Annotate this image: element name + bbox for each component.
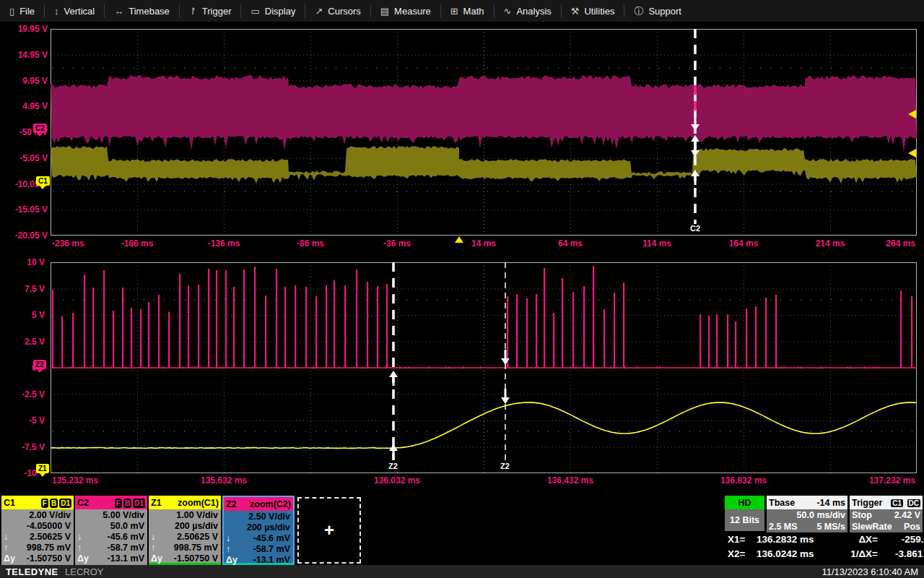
descriptor-value-row: 1.00 V/div bbox=[151, 510, 218, 521]
zoom-y-label: -2.5 V bbox=[22, 389, 45, 400]
trigger-mode: Stop bbox=[852, 509, 872, 521]
descriptor-measure-row: Δy-1.50750 V bbox=[151, 553, 218, 564]
menu-item-cursors[interactable]: ↗Cursors bbox=[305, 0, 370, 22]
menu-item-timebase[interactable]: ↔Timebase bbox=[105, 0, 179, 22]
trace-descriptor-c2[interactable]: C2FBD15.00 V/div50.0 mV↓-45.6 mV↑-58.7 m… bbox=[75, 496, 147, 565]
channel-badge-z2[interactable]: Z2 bbox=[33, 360, 46, 369]
descriptor-measure-row: ↑998.75 mV bbox=[4, 543, 71, 553]
menu-item-measure[interactable]: ▤Measure bbox=[371, 0, 440, 22]
cursor-chip-z1[interactable]: Z2 bbox=[386, 462, 400, 471]
menu-item-file[interactable]: ▯File bbox=[0, 0, 44, 22]
trigger-panel[interactable]: Trigger C1 DC Stop 2.42 V SlewRate Pos bbox=[850, 496, 923, 532]
descriptor-body: 1.00 V/div200 µs/div↓2.50625 V↑998.75 mV… bbox=[149, 509, 221, 563]
c2-offset-arrow-icon bbox=[37, 133, 43, 137]
channel-badge-z1[interactable]: Z1 bbox=[36, 464, 49, 473]
add-trace-button[interactable]: + bbox=[297, 497, 361, 564]
descriptor-value-row: 200 µs/div bbox=[226, 522, 290, 533]
top-x-label: -136 ms bbox=[208, 238, 240, 249]
measure-icon: ▤ bbox=[380, 7, 389, 16]
top-y-label: 19.95 V bbox=[18, 24, 48, 34]
menu-item-label: File bbox=[19, 6, 35, 17]
top-y-label: 9.95 V bbox=[22, 76, 48, 86]
descriptor-measure-row: ↓-45.6 mV bbox=[226, 533, 290, 544]
x2-label: X2= bbox=[728, 547, 757, 561]
menu-item-label: Trigger bbox=[202, 6, 232, 17]
descriptor-measure-row: Δy-13.1 mV bbox=[226, 555, 290, 566]
descriptor-measure-row: ↓2.50625 V bbox=[151, 532, 218, 543]
trigger-title: Trigger bbox=[852, 498, 882, 508]
descriptor-title: C1 bbox=[4, 498, 15, 508]
descriptor-measure-row: ↑-58.7 mV bbox=[226, 544, 290, 555]
measure-value: -58.7 mV bbox=[253, 544, 290, 555]
measure-arrow-icon: Δy bbox=[151, 553, 162, 564]
top-y-label: -5.05 V bbox=[19, 153, 48, 163]
top-x-label: -36 ms bbox=[383, 238, 411, 249]
descriptor-value-row: 2.00 V/div bbox=[4, 510, 71, 521]
tbase-offset: -14 ms bbox=[816, 498, 845, 508]
trace-descriptor-z1[interactable]: Z1zoom(C1)1.00 V/div200 µs/div↓2.50625 V… bbox=[149, 496, 221, 565]
trigger-level-marker bbox=[908, 149, 916, 158]
descriptor-chip-b: B bbox=[50, 499, 58, 508]
menu-item-vertical[interactable]: ↕Vertical bbox=[45, 0, 104, 22]
trace-descriptor-z2[interactable]: Z2zoom(C2)2.50 V/div200 µs/div↓-45.6 mV↑… bbox=[222, 496, 295, 565]
hd-bits: 12 Bits bbox=[725, 509, 764, 531]
menu-item-label: Measure bbox=[394, 6, 431, 17]
channel-badge-c2[interactable]: C2 bbox=[33, 124, 47, 133]
zoom-y-label: 2.5 V bbox=[25, 337, 45, 347]
menu-item-utilities[interactable]: ⚒Utilities bbox=[562, 0, 624, 22]
descriptor-value-row: 2.50 V/div bbox=[226, 512, 290, 522]
menu-bar: ▯File↕Vertical↔Timebase↾Trigger▭Display↗… bbox=[0, 0, 924, 22]
measure-value: -1.50750 V bbox=[27, 553, 71, 564]
cursors-icon: ↗ bbox=[315, 7, 323, 16]
descriptor-header: Z1zoom(C1) bbox=[149, 496, 221, 509]
invdx-value: -3.861 kHz bbox=[882, 547, 924, 561]
top-y-label: 14.95 V bbox=[18, 50, 48, 60]
menu-item-trigger[interactable]: ↾Trigger bbox=[180, 0, 241, 22]
descriptor-chip-f: F bbox=[41, 499, 48, 508]
measure-arrow-icon: Δy bbox=[4, 553, 15, 564]
measure-value: -45.6 mV bbox=[253, 533, 290, 544]
measure-arrow-icon: ↓ bbox=[77, 532, 82, 543]
tbase-samples: 2.5 MS bbox=[769, 521, 798, 532]
hd-indicator[interactable]: HD 12 Bits bbox=[725, 496, 764, 531]
math-icon: ⊞ bbox=[450, 7, 458, 16]
cursor-chip-z2[interactable]: Z2 bbox=[498, 462, 512, 471]
trigger-icon: ↾ bbox=[189, 7, 197, 16]
cursor-chip-c2[interactable]: C2 bbox=[688, 224, 702, 233]
menu-item-label: Vertical bbox=[64, 6, 95, 17]
channel-badge-c1[interactable]: C1 bbox=[36, 176, 50, 186]
descriptor-value-row: -4.05000 V bbox=[4, 521, 71, 532]
trigger-position-marker[interactable] bbox=[455, 236, 463, 243]
top-y-label: -20.05 V bbox=[15, 230, 48, 241]
top-x-label: 114 ms bbox=[642, 238, 671, 249]
timebase-panel[interactable]: Tbase -14 ms 50.0 ms/div 2.5 MS 5 MS/s bbox=[767, 496, 847, 532]
top-y-label: -15.05 V bbox=[15, 204, 48, 215]
top-x-label: -236 ms bbox=[52, 238, 84, 249]
top-x-label: -186 ms bbox=[121, 238, 154, 249]
menu-item-display[interactable]: ▭Display bbox=[241, 0, 305, 22]
menu-item-support[interactable]: ⓘSupport bbox=[624, 0, 691, 22]
descriptor-body: 2.50 V/div200 µs/div↓-45.6 mV↑-58.7 mVΔy… bbox=[224, 511, 293, 563]
trigger-kind: SlewRate bbox=[852, 521, 892, 532]
analysis-icon: ∿ bbox=[504, 7, 512, 16]
datetime: 11/13/2023 6:10:40 AM bbox=[822, 566, 918, 577]
brand-logo: TELEDYNE LECROY bbox=[6, 565, 103, 578]
measure-value: -13.1 mV bbox=[108, 553, 144, 564]
trace-descriptor-c1[interactable]: C1FBD12.00 V/div-4.05000 V↓2.50625 V↑998… bbox=[1, 496, 74, 565]
zoom-y-label: -5 V bbox=[29, 415, 45, 426]
descriptor-title: C2 bbox=[77, 498, 89, 508]
descriptor-header: C1FBD1 bbox=[1, 496, 74, 509]
descriptor-title: Z1 bbox=[151, 498, 162, 508]
menu-item-label: Support bbox=[648, 6, 681, 17]
menu-item-math[interactable]: ⊞Math bbox=[441, 0, 494, 22]
menu-item-analysis[interactable]: ∿Analysis bbox=[494, 0, 561, 22]
descriptor-measure-row: ↓-45.6 mV bbox=[77, 532, 144, 543]
x1-label: X1= bbox=[728, 532, 757, 547]
tbase-rate: 5 MS/s bbox=[816, 521, 845, 532]
top-x-label: -86 ms bbox=[297, 238, 324, 249]
file-icon: ▯ bbox=[9, 7, 14, 16]
zoom-y-label: 10 V bbox=[27, 257, 45, 267]
display-icon: ▭ bbox=[250, 7, 259, 16]
descriptor-chip-d1: D1 bbox=[133, 499, 145, 508]
top-x-label: 214 ms bbox=[816, 238, 845, 249]
